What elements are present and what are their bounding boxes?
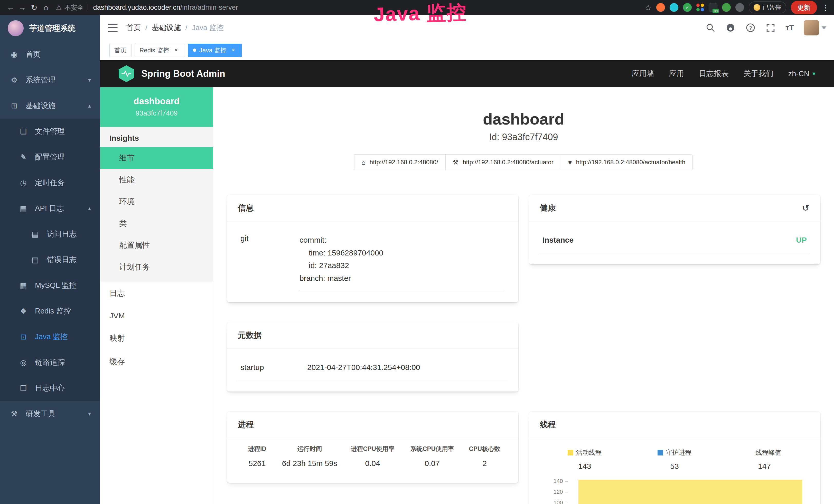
- sidebar-item[interactable]: ▦ MySQL 监控: [0, 273, 100, 298]
- sidebar-item[interactable]: ⚙ 系统管理 ▾: [0, 67, 100, 93]
- sba-brand[interactable]: Spring Boot Admin: [141, 68, 225, 79]
- home-icon[interactable]: ⌂: [40, 3, 52, 12]
- health-card: 健康 ↺ Instance UP: [529, 195, 820, 264]
- chrome-menu-icon[interactable]: ⋮: [822, 3, 829, 12]
- github-icon[interactable]: [725, 23, 736, 33]
- sidebar-item-label: 错误日志: [47, 255, 76, 265]
- sidebar-item[interactable]: ▤ 访问日志: [0, 221, 100, 247]
- sba-menu-item[interactable]: 性能: [100, 169, 213, 191]
- tab[interactable]: 首页: [109, 44, 132, 57]
- extension-check-icon[interactable]: ✓: [683, 3, 692, 12]
- search-icon[interactable]: [705, 23, 716, 33]
- process-value: 0.04: [343, 455, 402, 472]
- sidebar-menu: ◉ 首页 ⚙ 系统管理 ▾ ⊞ 基础设施 ▴ ❏: [0, 42, 100, 427]
- breadcrumb-item[interactable]: 首页 /: [126, 23, 152, 32]
- sba-menu-item[interactable]: 缓存: [100, 350, 213, 373]
- close-icon[interactable]: ×: [229, 46, 237, 54]
- info-value-line: time: 1596289704000: [300, 247, 505, 259]
- tab[interactable]: Java 监控 ×: [188, 44, 242, 57]
- tab-label: Redis 监控: [139, 46, 169, 54]
- link-url: http://192.168.0.2:48080/: [370, 159, 438, 166]
- sidebar-item[interactable]: ❖ Redis 监控: [0, 298, 100, 324]
- sba-nav-item[interactable]: 应用墙: [632, 69, 654, 79]
- sidebar-item[interactable]: ▤ API 日志 ▴: [0, 196, 100, 221]
- process-value: 2: [462, 455, 507, 472]
- sidebar-item[interactable]: ⚒ 研发工具 ▾: [0, 401, 100, 427]
- y-axis-tick: 100: [540, 499, 568, 504]
- security-chip[interactable]: ⚠ 不安全: [56, 3, 84, 12]
- breadcrumb-item[interactable]: 基础设施 /: [152, 23, 192, 32]
- sba-nav-item[interactable]: 日志报表: [699, 69, 729, 79]
- sidebar-item[interactable]: ✎ 配置管理: [0, 144, 100, 170]
- fullscreen-icon[interactable]: [765, 23, 776, 33]
- extension-on-icon[interactable]: on: [709, 3, 717, 12]
- tab[interactable]: Redis 监控 ×: [135, 44, 185, 57]
- font-size-icon[interactable]: тT: [786, 23, 794, 32]
- instance-link-button[interactable]: ⚒ http://192.168.0.2:48080/actuator: [445, 154, 561, 170]
- browser-chrome: ← → ↻ ⌂ ⚠ 不安全 dashboard.yudao.iocoder.cn…: [0, 0, 834, 15]
- active-threads-area: [578, 480, 803, 504]
- link-icon: ♥: [568, 159, 572, 166]
- extension-icon[interactable]: [670, 3, 678, 12]
- metadata-card: 元数据 startup 2021-04-27T00:44:31.254+08:0…: [227, 322, 518, 392]
- user-menu[interactable]: [804, 20, 826, 36]
- card-title: 进程: [238, 419, 254, 430]
- menu-icon: ⚒: [9, 410, 19, 418]
- sidebar-item[interactable]: ❐ 日志中心: [0, 375, 100, 401]
- back-icon[interactable]: ←: [5, 3, 17, 12]
- sidebar-item-label: 链路追踪: [35, 358, 65, 368]
- sba-menu-item[interactable]: 映射: [100, 327, 213, 350]
- app-logo-row[interactable]: 芋道管理系统: [0, 15, 100, 42]
- chrome-update-button[interactable]: 更新: [791, 1, 817, 15]
- extension-leaf-icon[interactable]: [722, 3, 731, 12]
- sidebar-item-label: 日志中心: [35, 383, 65, 393]
- locale-selector[interactable]: zh-CN ▾: [788, 70, 815, 78]
- history-icon[interactable]: ↺: [802, 203, 810, 213]
- sba-nav-item[interactable]: 关于我们: [744, 69, 773, 79]
- sidebar-toggle-icon[interactable]: [108, 24, 118, 32]
- profile-paused-badge[interactable]: 已暂停: [749, 2, 786, 13]
- sidebar-item[interactable]: ◷ 定时任务: [0, 170, 100, 196]
- chevron-down-icon: ▾: [812, 70, 815, 77]
- sba-nav-item[interactable]: 应用: [669, 69, 684, 79]
- sba-instance-header[interactable]: dashboard 93a3fc7f7409: [100, 87, 213, 127]
- extension-icon[interactable]: [656, 3, 665, 12]
- instance-link-button[interactable]: ♥ http://192.168.0.2:48080/actuator/heal…: [561, 154, 693, 170]
- sba-menu-item[interactable]: 配置属性: [100, 234, 213, 256]
- sba-menu-item[interactable]: 计划任务: [100, 256, 213, 278]
- reload-icon[interactable]: ↻: [28, 3, 40, 12]
- sba-menu-item[interactable]: 类: [100, 212, 213, 234]
- bookmark-star-icon[interactable]: ☆: [645, 3, 652, 12]
- sidebar-item[interactable]: ◎ 链路追踪: [0, 350, 100, 375]
- extensions-puzzle-icon[interactable]: [736, 3, 744, 12]
- sidebar-item[interactable]: ❏ 文件管理: [0, 119, 100, 144]
- chevron-icon: ▾: [88, 77, 91, 84]
- legend-value: 143: [540, 462, 630, 471]
- sidebar-item[interactable]: ◉ 首页: [0, 42, 100, 67]
- url-host: dashboard.yudao.iocoder.cn: [93, 4, 180, 11]
- help-icon[interactable]: ?: [745, 23, 756, 33]
- sidebar-item-label: 系统管理: [26, 75, 56, 85]
- sba-nav: 应用墙 应用 日志报表 关于我们 zh-CN ▾: [632, 69, 815, 79]
- menu-icon: ⊡: [19, 333, 28, 341]
- menu-icon: ◎: [19, 358, 28, 367]
- tags-bar: 首页 Redis 监控 × Java 监控 ×: [100, 41, 834, 60]
- instance-link-button[interactable]: ⌂ http://192.168.0.2:48080/: [354, 154, 446, 170]
- sba-menu-item[interactable]: JVM: [100, 305, 213, 327]
- sba-menu-item[interactable]: 日志: [100, 282, 213, 305]
- paused-label: 已暂停: [763, 3, 781, 12]
- sba-menu-item[interactable]: 细节: [100, 147, 213, 169]
- info-value-line: branch: master: [300, 272, 505, 285]
- warning-icon: ⚠: [56, 4, 62, 11]
- sidebar-item[interactable]: ⊞ 基础设施 ▴: [0, 93, 100, 119]
- breadcrumb-item[interactable]: Java 监控: [192, 23, 224, 32]
- forward-icon[interactable]: →: [17, 3, 28, 12]
- close-icon[interactable]: ×: [172, 46, 180, 54]
- extension-grid-icon[interactable]: [696, 4, 704, 11]
- sidebar-item[interactable]: ▤ 错误日志: [0, 247, 100, 273]
- sidebar-item[interactable]: ⊡ Java 监控: [0, 324, 100, 350]
- process-column-header: 运行时间: [277, 439, 343, 455]
- address-bar[interactable]: dashboard.yudao.iocoder.cn/infra/admin-s…: [93, 4, 238, 12]
- sba-logo-icon[interactable]: [119, 65, 134, 82]
- sba-menu-item[interactable]: 环境: [100, 191, 213, 212]
